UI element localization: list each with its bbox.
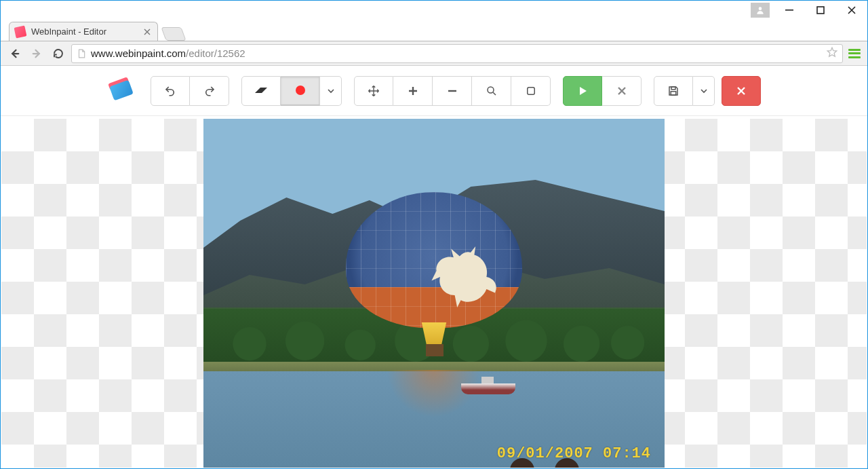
x-icon [736, 86, 746, 96]
new-tab-button[interactable] [161, 27, 186, 41]
caret-down-icon [328, 88, 334, 94]
history-group [151, 76, 229, 106]
window-controls [751, 1, 867, 19]
browser-back-button[interactable] [6, 45, 24, 62]
hamburger-bar-icon [848, 49, 861, 51]
window-maximize-button[interactable] [805, 1, 836, 19]
minus-icon [447, 86, 458, 96]
reload-icon [52, 48, 64, 60]
caret-down-icon [701, 88, 707, 94]
browser-menu-button[interactable] [847, 46, 862, 61]
os-titlebar [1, 1, 867, 19]
unicorn-silhouette-icon [427, 246, 502, 307]
save-close-group [654, 76, 761, 106]
browser-window: WebInpaint - Editor www.webinpaint.com/e… [0, 0, 868, 469]
page-icon [76, 48, 87, 59]
browser-tab[interactable]: WebInpaint - Editor [9, 22, 158, 41]
browser-forward-button[interactable] [28, 45, 45, 62]
floppy-icon [667, 85, 679, 97]
svg-rect-4 [527, 87, 534, 94]
marker-dropdown-button[interactable] [320, 76, 342, 106]
move-tool-button[interactable] [354, 76, 393, 106]
address-url: www.webinpaint.com/editor/12562 [91, 48, 245, 59]
photo-timestamp-overlay: 09/01/2007 07:14 [497, 445, 651, 462]
loaded-image[interactable]: 09/01/2007 07:14 [203, 119, 665, 468]
photo-balloon [346, 192, 522, 382]
svg-point-0 [759, 7, 762, 10]
magnifier-icon [486, 85, 498, 97]
app-logo-icon [107, 77, 138, 105]
undo-icon [164, 85, 176, 97]
svg-point-3 [488, 87, 494, 93]
browser-nav-toolbar: www.webinpaint.com/editor/12562 [1, 41, 867, 66]
canvas-area[interactable]: 09/01/2007 07:14 [1, 119, 867, 468]
fit-screen-button[interactable] [511, 76, 551, 106]
svg-rect-5 [671, 87, 675, 90]
hamburger-bar-icon [848, 56, 861, 58]
chrome-user-badge[interactable] [751, 3, 770, 18]
eraser-tool-button[interactable] [241, 76, 281, 106]
play-icon [577, 86, 588, 96]
redo-icon [203, 85, 216, 97]
cancel-run-button[interactable] [602, 76, 642, 106]
hamburger-bar-icon [848, 52, 861, 54]
svg-rect-2 [817, 7, 824, 14]
save-dropdown-button[interactable] [693, 76, 715, 106]
run-group [563, 76, 642, 106]
arrow-left-icon [9, 48, 21, 60]
photo-boat [461, 383, 515, 394]
red-dot-icon [296, 86, 305, 95]
save-button[interactable] [654, 76, 693, 106]
bookmark-star-button[interactable] [826, 46, 838, 60]
app-toolbar [1, 66, 867, 116]
browser-reload-button[interactable] [50, 45, 67, 62]
marker-tool-button[interactable] [281, 76, 320, 106]
eraser-favicon-icon [14, 25, 27, 38]
svg-rect-6 [671, 91, 676, 94]
browser-tab-title: WebInpaint - Editor [31, 26, 137, 37]
zoom-out-button[interactable] [433, 76, 472, 106]
undo-button[interactable] [151, 76, 190, 106]
tool-select-group [241, 76, 342, 106]
move-icon [368, 85, 380, 97]
redo-button[interactable] [190, 76, 229, 106]
eraser-icon [254, 86, 269, 96]
x-icon [617, 86, 627, 96]
star-icon [826, 46, 838, 58]
arrow-right-icon [31, 48, 43, 60]
address-bar[interactable]: www.webinpaint.com/editor/12562 [71, 44, 843, 63]
run-button[interactable] [563, 76, 602, 106]
address-url-host: www.webinpaint.com [91, 48, 186, 59]
zoom-in-button[interactable] [393, 76, 433, 106]
square-icon [525, 85, 537, 97]
address-url-path: /editor/12562 [186, 48, 245, 59]
tab-close-button[interactable] [142, 27, 152, 37]
browser-tabstrip: WebInpaint - Editor [1, 19, 867, 41]
zoom-tool-button[interactable] [472, 76, 511, 106]
window-minimize-button[interactable] [774, 1, 805, 19]
close-editor-button[interactable] [722, 76, 761, 106]
svg-rect-1 [785, 10, 793, 11]
view-group [354, 76, 551, 106]
window-close-button[interactable] [836, 1, 867, 19]
plus-icon [408, 86, 418, 96]
